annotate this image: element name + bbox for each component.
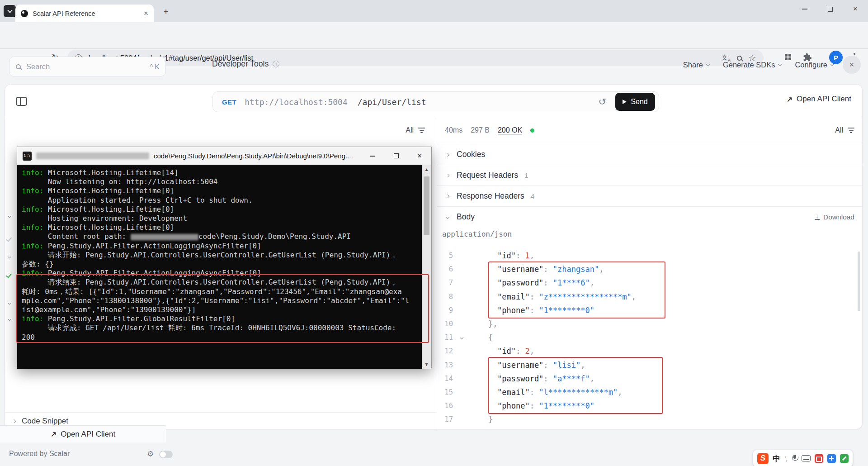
download-button[interactable]: ↓ Download (815, 213, 854, 221)
base-url[interactable]: http://localhost:5004 (245, 97, 348, 107)
sidebar-check-icon (7, 235, 10, 243)
ime-punctuation-mode[interactable]: ’, (784, 455, 788, 462)
line-number: 6 (437, 265, 453, 273)
response-size: 297 B (471, 126, 490, 134)
console-maximize-button[interactable] (384, 147, 408, 165)
line-number: 9 (437, 306, 453, 314)
code-text: "id": 1, (479, 251, 534, 260)
chevron-down-icon (706, 62, 710, 66)
generate-sdks-button[interactable]: Generate SDKs (723, 61, 782, 69)
section-badge: 4 (531, 192, 534, 200)
request-filter-button[interactable]: All (406, 126, 425, 134)
theme-toggle[interactable] (159, 451, 173, 458)
sidebar-collapse-chevron[interactable] (8, 314, 11, 322)
console-line: 请求开始: Peng.Study.API.Controllers.UserCon… (22, 251, 423, 260)
console-line: Hosting environment: Development (22, 214, 423, 223)
send-button[interactable]: Send (615, 93, 655, 111)
sidebar-toggle-icon[interactable] (16, 97, 27, 106)
ime-keyboard-icon[interactable] (802, 455, 811, 461)
filter-icon (418, 128, 425, 133)
console-minimize-button[interactable] (361, 147, 384, 165)
scroll-up-icon[interactable]: ▲ (425, 165, 429, 174)
code-line: 11{ (437, 331, 858, 344)
chevron-down-icon (445, 216, 450, 219)
scalar-favicon (21, 10, 28, 17)
new-tab-button[interactable]: + (161, 7, 171, 17)
code-line: 10}, (437, 317, 858, 331)
sidebar-collapse-chevron[interactable] (8, 211, 11, 219)
code-text: } (479, 415, 493, 424)
sidebar-collapse-chevron[interactable] (8, 252, 11, 260)
section-body[interactable]: Body ↓ Download (437, 206, 863, 227)
tab-search-button[interactable] (4, 5, 16, 17)
console-line: Application started. Press Ctrl+C to shu… (22, 196, 423, 205)
request-address-bar[interactable]: GET http://localhost:5004 /api/User/list… (212, 91, 659, 112)
line-number: 7 (437, 279, 453, 287)
play-icon (623, 100, 627, 104)
response-meta-row: 40ms 297 B 200 OK All (437, 117, 863, 144)
scroll-thumb[interactable] (424, 176, 429, 235)
chevron-right-icon (445, 195, 450, 198)
annotation-box-user2 (488, 357, 663, 414)
ime-tools-icon[interactable] (840, 454, 849, 463)
search-box[interactable]: ^ K (9, 57, 166, 76)
sidebar-collapse-chevron[interactable] (8, 298, 11, 306)
console-title: code\Peng.Study.Demo\Peng.Study.API\bin\… (154, 152, 356, 160)
section-label: Response Headers (457, 191, 524, 201)
line-number: 8 (437, 293, 453, 301)
ime-language-mode[interactable]: 中 (773, 453, 780, 464)
browser-tab[interactable]: Scalar API Reference × (15, 5, 154, 22)
section-label: Request Headers (457, 171, 518, 180)
tab-close-icon[interactable]: × (144, 10, 148, 17)
search-input[interactable] (26, 62, 144, 71)
ime-apps-icon[interactable] (827, 454, 836, 463)
scroll-down-icon[interactable]: ▼ (425, 360, 429, 369)
request-path[interactable]: /api/User/list (358, 97, 426, 107)
download-icon: ↓ (815, 214, 820, 220)
response-filter-button[interactable]: All (835, 126, 854, 134)
section-response-headers[interactable]: Response Headers 4 (437, 185, 863, 206)
code-line: 17} (437, 413, 858, 426)
history-icon[interactable]: ↺ (598, 96, 606, 107)
console-close-button[interactable]: × (408, 147, 431, 165)
section-cookies[interactable]: Cookies (437, 144, 863, 165)
gear-icon[interactable]: ⚙ (147, 449, 154, 459)
window-minimize-button[interactable] (792, 0, 817, 18)
line-number: 11 (437, 333, 453, 342)
console-line: info: Microsoft.Hosting.Lifetime[0] (22, 223, 423, 232)
window-controls: × (792, 0, 868, 18)
response-status: 200 OK (498, 126, 522, 134)
code-text: }, (479, 319, 497, 328)
section-label: Body (457, 212, 475, 222)
browser-tabstrip: Scalar API Reference × + × (0, 0, 868, 22)
line-number: 12 (437, 347, 453, 355)
line-number: 17 (437, 415, 453, 423)
ime-mic-icon[interactable] (792, 455, 797, 462)
open-api-client-link[interactable]: ↗ Open API Client (787, 95, 851, 104)
window-close-button[interactable]: × (843, 0, 868, 18)
address-bar[interactable]: i localhost:5004/scalar/v1#tag/user/get/… (67, 50, 764, 66)
request-pane-header: All (5, 117, 437, 144)
response-scrollbar-thumb[interactable] (858, 252, 860, 311)
console-line: info: Microsoft.Hosting.Lifetime[14] (22, 168, 423, 177)
content-type-label: application/json (442, 230, 512, 238)
annotation-box-console-log (16, 274, 429, 343)
ime-dict-icon[interactable] (815, 454, 823, 463)
configure-button[interactable]: Configure (795, 61, 834, 69)
chevron-right-icon (445, 174, 450, 177)
share-button[interactable]: Share (683, 61, 709, 69)
section-request-headers[interactable]: Request Headers 1 (437, 165, 863, 185)
http-method-label[interactable]: GET (222, 98, 236, 106)
console-app-icon: C:\ (23, 152, 32, 161)
console-line: info: Microsoft.Hosting.Lifetime[0] (22, 186, 423, 195)
code-line: 12"id": 2, (437, 344, 858, 358)
collapse-chevron-icon[interactable] (453, 336, 479, 339)
console-line: Content root path: code\Peng.Study.Demo\… (22, 232, 423, 241)
ime-sogou-icon[interactable]: S (757, 453, 769, 464)
modal-close-button[interactable]: × (843, 56, 861, 74)
open-api-client-footer-button[interactable]: ↗ Open API Client (0, 425, 166, 442)
console-titlebar[interactable]: C:\ code\Peng.Study.Demo\Peng.Study.API\… (17, 147, 431, 165)
screen: Scalar API Reference × + × ← → ↻ i local… (0, 0, 868, 466)
external-link-icon: ↗ (787, 95, 793, 104)
window-maximize-button[interactable] (817, 0, 843, 18)
